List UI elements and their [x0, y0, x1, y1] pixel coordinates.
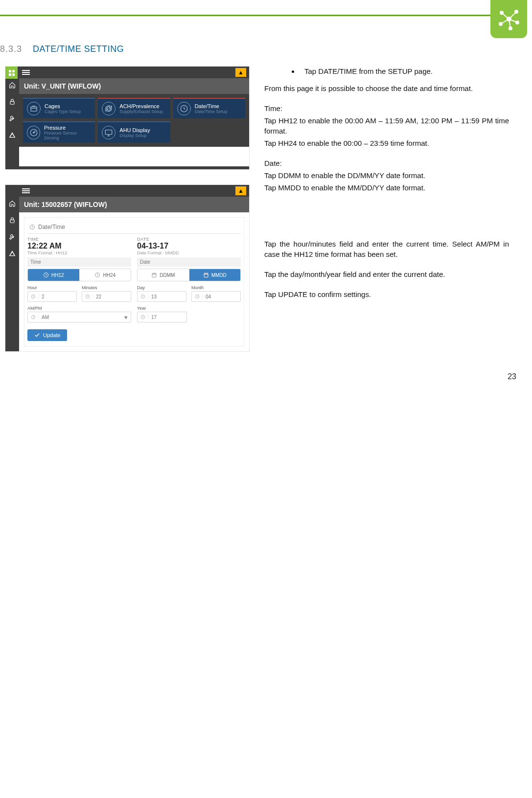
ampm-select[interactable]: AM ▾	[27, 312, 131, 322]
date-section-label: DATE	[137, 237, 241, 242]
time-format-toggle[interactable]: HH12HH24	[27, 269, 131, 281]
instruction-text: Tap the day/month/year field and enter t…	[264, 269, 509, 279]
chevron-down-icon: ▾	[121, 314, 131, 321]
svg-line-8	[501, 19, 509, 24]
wrench-icon[interactable]	[8, 114, 16, 122]
app-logo-icon	[5, 67, 18, 79]
day-label: Day	[137, 285, 186, 290]
svg-rect-16	[31, 107, 37, 111]
section-number: 8.3.3	[0, 44, 22, 54]
svg-point-19	[33, 132, 34, 133]
minutes-input[interactable]: 22	[82, 291, 131, 302]
svg-rect-25	[10, 220, 14, 223]
setup-tile-ach-prevalence[interactable]: ACH/PrevalenceSupply/Exhaust Setup	[98, 98, 170, 118]
hour-label: Hour	[27, 285, 77, 290]
seg-label: DDMM	[160, 273, 175, 278]
home-icon[interactable]	[8, 200, 16, 207]
unit-title: Unit: 15002657 (WIFLOW)	[19, 197, 249, 212]
instruction-text: Tap HH24 to enable the 00:00 – 23:59 tim…	[264, 138, 509, 148]
hour-input[interactable]: 2	[27, 291, 77, 302]
month-label: Month	[191, 285, 241, 290]
datetime-header-label: Date/Time	[38, 224, 65, 230]
svg-line-7	[509, 12, 516, 19]
instruction-text: Time:	[264, 103, 509, 114]
time-section-label: TIME	[27, 237, 131, 242]
tile-subtitle: Cages Type Setup	[45, 109, 81, 114]
svg-rect-15	[10, 101, 14, 104]
instruction-text: Tap HH12 to enable the 00:00 AM – 11:59 …	[264, 115, 509, 136]
gauge-icon	[27, 126, 40, 139]
tile-title: ACH/Prevalence	[119, 103, 163, 109]
tile-title: Date/Time	[195, 103, 228, 109]
seg-hh12[interactable]: HH12	[28, 269, 80, 281]
box-icon	[27, 102, 41, 115]
svg-rect-33	[204, 274, 208, 277]
instruction-text: Tap the hour/minutes field and enter the…	[264, 239, 509, 259]
seg-ddmm[interactable]: DDMM	[138, 269, 189, 281]
tile-subtitle: Pressure Sensor Zeroing	[44, 131, 91, 140]
setup-tile-pressure[interactable]: PressurePressure Sensor Zeroing	[23, 121, 95, 143]
seg-label: MMDD	[211, 273, 227, 278]
seg-mmdd[interactable]: MMDD	[189, 269, 241, 281]
setup-tile-date-time[interactable]: Date/TimeDate/Time Setup	[173, 98, 245, 118]
menu-icon[interactable]	[22, 187, 30, 194]
home-icon[interactable]	[8, 81, 16, 89]
tile-subtitle: Supply/Exhaust Setup	[119, 109, 163, 114]
page-number: 23	[508, 372, 516, 381]
year-input[interactable]: 17	[137, 312, 187, 322]
instruction-text: From this page it is possible to choose …	[264, 83, 509, 93]
instruction-bullet: Tap DATE/TIME from the SETUP page.	[300, 66, 509, 76]
screenshot-datetime: ▲ Unit: 15002657 (WIFLOW) Date/Time	[5, 184, 250, 352]
year-label: Year	[137, 306, 187, 311]
time-format-label: Time Format : HH12	[27, 251, 131, 255]
tile-title: AHU Display	[119, 127, 150, 133]
wrench-icon[interactable]	[8, 233, 16, 241]
date-format-label: Date Format : MMDD	[137, 251, 241, 255]
setup-tile-cages[interactable]: CagesCages Type Setup	[23, 98, 95, 118]
tile-subtitle: Date/Time Setup	[195, 109, 228, 114]
svg-rect-20	[106, 130, 113, 135]
svg-rect-32	[152, 274, 156, 277]
datetime-header: Date/Time	[27, 221, 241, 234]
unit-title: Unit: V_UNIT (WIFLOW)	[19, 78, 249, 94]
clock-icon	[177, 102, 191, 115]
instruction-text: Tap DDMM to enable the DD/MM/YY date for…	[264, 170, 509, 181]
date-format-toggle[interactable]: DDMMMMDD	[137, 269, 241, 281]
svg-rect-13	[9, 73, 11, 76]
svg-rect-14	[12, 73, 15, 76]
date-group-header: Date	[137, 257, 241, 267]
time-group-header: Time	[27, 257, 131, 267]
instruction-text: Tap UPDATE to confirm settings.	[264, 289, 509, 299]
minutes-label: Minutes	[82, 285, 131, 290]
svg-line-6	[502, 13, 509, 19]
instruction-text: Tap MMDD to enable the MM/DD/YY date for…	[264, 182, 509, 193]
seg-hh24[interactable]: HH24	[80, 269, 131, 281]
instruction-text: Date:	[264, 158, 509, 168]
seg-label: HH12	[51, 273, 64, 278]
lock-icon[interactable]	[8, 216, 16, 224]
menu-icon[interactable]	[22, 69, 30, 76]
update-button-label: Update	[43, 332, 60, 338]
tile-subtitle: Display Setup	[119, 133, 150, 138]
branding-icon	[490, 0, 527, 38]
ampm-label: AM/PM	[27, 306, 131, 311]
warning-icon[interactable]	[8, 131, 16, 139]
lock-icon[interactable]	[8, 98, 16, 106]
monitor-icon	[102, 126, 116, 139]
refresh-icon	[102, 102, 116, 115]
day-input[interactable]: 13	[137, 291, 186, 302]
screenshot-setup: ▲ Unit: V_UNIT (WIFLOW) CagesCages Type …	[5, 66, 250, 170]
update-button[interactable]: Update	[27, 329, 67, 341]
month-input[interactable]: 04	[191, 291, 241, 302]
alert-badge[interactable]: ▲	[235, 68, 246, 77]
setup-tile-ahu-display[interactable]: AHU DisplayDisplay Setup	[98, 121, 170, 143]
svg-rect-11	[9, 70, 11, 72]
seg-label: HH24	[103, 273, 116, 278]
sidebar	[5, 185, 19, 351]
svg-rect-12	[12, 70, 15, 72]
header-rule	[0, 15, 493, 16]
warning-icon[interactable]	[8, 250, 16, 257]
tile-title: Pressure	[44, 125, 91, 131]
alert-badge[interactable]: ▲	[235, 186, 246, 195]
tile-title: Cages	[45, 103, 81, 109]
